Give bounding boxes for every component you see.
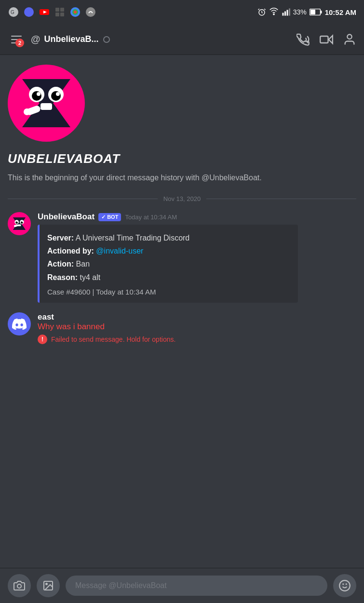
dm-history-text: This is the beginning of your direct mes… [8,172,356,184]
bot-avatar-image [13,69,80,137]
svg-point-33 [51,91,61,101]
emoji-icon [338,579,351,592]
error-icon: ! [38,335,47,344]
svg-rect-19 [286,10,288,16]
status-time: 10:52 AM [325,8,356,16]
bot-avatar-mini [11,215,27,232]
embed-server-label: Server: [47,234,74,242]
status-bar-right: 33% 10:52 AM [257,8,356,16]
svg-marker-26 [329,35,333,43]
svg-text:G: G [11,10,14,15]
svg-point-27 [347,34,351,39]
app-icon-6 [85,6,96,18]
svg-point-11 [74,11,77,13]
divider-line-left [8,199,158,199]
signal-icon [282,8,290,16]
image-button[interactable] [37,574,60,597]
main-content: UNBELIEVABOAT This is the beginning of y… [0,55,364,402]
bot-avatar-small [8,212,31,235]
embed-reason-line: Reason: ty4 alt [47,271,290,284]
svg-point-24 [104,37,109,42]
user-profile-icon[interactable] [343,33,356,46]
svg-rect-6 [60,8,64,12]
header: 2 @ UnbelievaB... [0,24,364,55]
voice-call-icon[interactable] [297,33,310,46]
app-icon-5 [69,6,81,18]
svg-rect-5 [55,8,59,12]
svg-point-16 [273,13,274,14]
error-message: ! Failed to send message. Hold for optio… [38,335,356,344]
channel-name: UnbelievaB... [44,34,99,44]
notification-badge: 2 [15,39,24,47]
message-input[interactable] [66,576,327,596]
embed-action-value: Ban [76,260,90,268]
svg-rect-25 [320,36,328,43]
bot-username: UnbelievaBoat [38,212,94,222]
svg-line-14 [258,9,259,10]
bot-avatar-large [8,65,85,142]
svg-point-47 [22,221,23,222]
svg-line-15 [264,9,265,10]
error-text: Failed to send message. Hold for options… [51,335,175,343]
message-embed: Server: A Universal Time Trading Discord… [38,225,298,303]
date-divider: Nov 13, 2020 [8,195,356,202]
bot-message-group: UnbelievaBoat ✓ BOT Today at 10:34 AM Se… [8,212,356,303]
svg-point-35 [56,92,60,96]
emoji-button[interactable] [333,574,356,597]
svg-point-38 [24,108,30,115]
svg-rect-18 [284,12,286,16]
app-icon-1: G [8,6,19,18]
svg-rect-22 [321,11,322,13]
hamburger-line-1 [11,36,22,37]
battery-icon [310,9,322,15]
status-bar: G 33% 10:52 AM [0,0,364,24]
divider-line-right [206,199,356,199]
svg-point-50 [17,584,21,588]
embed-case: Case #49600 | Today at 10:34 AM [47,288,290,296]
svg-point-2 [24,7,34,17]
at-symbol: @ [31,34,40,45]
user-message-content: east Why was i banned ! Failed to send m… [38,312,356,344]
discord-logo-icon [12,318,27,330]
bot-message-header: UnbelievaBoat ✓ BOT Today at 10:34 AM [38,212,356,222]
app-icon-3 [39,6,50,18]
alarm-icon [257,8,266,16]
svg-rect-20 [289,9,290,16]
embed-server-value: A Universal Time Trading Discord [76,234,190,242]
camera-button[interactable] [8,574,31,597]
embed-actioned-value: @invalid-user [96,247,143,255]
bot-message-content: UnbelievaBoat ✓ BOT Today at 10:34 AM Se… [38,212,356,303]
header-actions [297,33,356,46]
svg-point-46 [17,221,18,222]
bottom-bar [0,568,364,603]
svg-point-52 [46,583,47,585]
app-icon-2 [23,6,35,18]
bot-message-timestamp: Today at 10:34 AM [125,214,177,221]
online-indicator [103,36,110,43]
embed-actioned-label: Actioned by: [47,247,94,255]
hamburger-button[interactable]: 2 [8,31,25,48]
embed-reason-label: Reason: [47,273,78,281]
bot-name-large: UNBELIEVABOAT [8,151,356,166]
svg-rect-17 [282,13,283,16]
wifi-icon [269,8,279,16]
svg-point-34 [37,92,40,96]
camera-icon [13,580,25,591]
embed-action-line: Action: Ban [47,257,290,270]
svg-rect-23 [310,10,315,14]
user-avatar-small [8,312,31,335]
user-username: east [38,312,54,322]
embed-server-line: Server: A Universal Time Trading Discord [47,231,290,244]
svg-point-53 [339,580,350,591]
header-title: @ UnbelievaB... [31,34,291,45]
svg-rect-48 [18,224,21,226]
video-call-icon[interactable] [320,33,333,46]
embed-action-label: Action: [47,260,74,268]
svg-rect-8 [60,13,64,16]
embed-actioned-line: Actioned by: @invalid-user [47,244,290,257]
app-icon-4 [54,6,66,18]
battery-percent: 33% [293,8,307,16]
svg-rect-7 [55,13,59,16]
svg-point-32 [32,91,41,101]
user-message-text: Why was i banned [38,322,356,332]
